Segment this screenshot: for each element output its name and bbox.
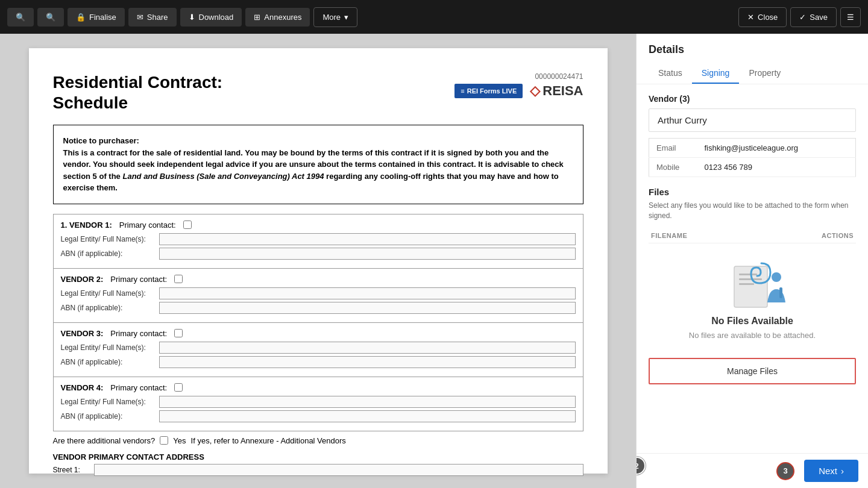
abn-label-4: ABN (if applicable): (61, 412, 154, 421)
menu-icon: ☰ (847, 13, 854, 22)
vendor-email-row: Email fishking@justiceleague.org (649, 139, 856, 158)
abn-label-2: ABN (if applicable): (61, 304, 154, 312)
vendor-2-legal-input[interactable] (159, 287, 576, 299)
notice-box: Notice to purchaser: This is a contract … (53, 125, 583, 204)
mobile-label: Mobile (649, 158, 697, 177)
vendor-2-primary-contact-checkbox[interactable] (174, 275, 183, 283)
vendor-info-table: Email fishking@justiceleague.org Mobile … (649, 138, 856, 177)
abn-label-1: ABN (if applicable): (61, 249, 154, 258)
tab-status[interactable]: Status (649, 63, 692, 84)
page-title: Residential Contract: Schedule (53, 72, 223, 113)
save-icon: ✓ (799, 13, 806, 22)
svg-rect-2 (739, 278, 762, 280)
main-layout: Residential Contract: Schedule 000000024… (0, 34, 868, 488)
vendor-2-primary-contact-label: Primary contact: (110, 275, 167, 284)
street-1-row: Street 1: (53, 464, 583, 476)
no-files-icon (722, 260, 782, 308)
vendor-3-legal-input[interactable] (159, 342, 576, 354)
vendor-2-abn-input[interactable] (159, 302, 576, 314)
email-value: fishking@justiceleague.org (697, 139, 856, 158)
vendor-1-legal-input[interactable] (159, 233, 576, 245)
vendor-3-primary-contact-label: Primary contact: (110, 329, 167, 338)
vendor-4-abn-input[interactable] (159, 410, 576, 422)
svg-rect-3 (739, 283, 754, 285)
panel-footer: 2 3 Next › (637, 453, 868, 488)
additional-vendors-row: Are there additional vendors? Yes If yes… (53, 431, 583, 448)
manage-files-button[interactable]: Manage Files (649, 358, 856, 384)
toolbar-right: ✕ Close ✓ Save ☰ (738, 7, 861, 27)
tab-property[interactable]: Property (739, 63, 790, 84)
legal-entity-label-4: Legal Entity/ Full Name(s): (61, 398, 154, 406)
share-button[interactable]: ✉ Share (128, 8, 177, 27)
vendor-4-label: VENDOR 4: (61, 383, 104, 392)
vendor-3-abn-input[interactable] (159, 356, 576, 368)
vendor-1-row: 1. VENDOR 1: Primary contact: (61, 221, 576, 230)
street-1-input[interactable] (94, 464, 583, 476)
vendor-2-section: VENDOR 2: Primary contact: Legal Entity/… (54, 269, 583, 323)
rei-logo: ≡ REI Forms LIVE (454, 84, 523, 98)
search-button-2[interactable]: 🔍 (37, 8, 64, 27)
files-section-label: Files (649, 187, 856, 197)
doc-title: Residential Contract: Schedule (53, 72, 223, 113)
files-filename-col: FILENAME (651, 232, 687, 239)
doc-logos: 000000024471 ≡ REI Forms LIVE ◇ REISA (454, 72, 583, 99)
vendor-1-abn-input[interactable] (159, 248, 576, 260)
vendor-2-abn-row: ABN (if applicable): (61, 302, 576, 314)
no-files-subtitle: No files are available to be attached. (689, 330, 816, 341)
additional-vendors-checkbox[interactable] (160, 436, 168, 445)
notice-body-text: This is a contract for the sale of resid… (63, 147, 573, 194)
search-icon-2: 🔍 (46, 13, 55, 22)
more-button[interactable]: More ▾ (313, 7, 357, 27)
search-button-1[interactable]: 🔍 (7, 8, 34, 27)
no-files-svg (722, 260, 788, 314)
vendor-3-primary-contact-checkbox[interactable] (174, 329, 183, 337)
save-button[interactable]: ✓ Save (790, 7, 837, 27)
additional-vendors-label: Are there additional vendors? (53, 436, 156, 445)
search-icon-1: 🔍 (16, 13, 25, 22)
vendor-2-row: VENDOR 2: Primary contact: (61, 275, 576, 284)
vendor-name-box: Arthur Curry (649, 108, 856, 132)
step-2-indicator: 2 (636, 457, 646, 475)
vendor-section-label: Vendor (3) (649, 94, 856, 104)
annexures-button[interactable]: ⊞ Annexures (245, 8, 310, 27)
legal-entity-label-3: Legal Entity/ Full Name(s): (61, 343, 154, 352)
mobile-value: 0123 456 789 (697, 158, 856, 177)
vendor-3-section: VENDOR 3: Primary contact: Legal Entity/… (54, 323, 583, 377)
files-table-header: FILENAME ACTIONS (649, 228, 856, 243)
finalise-button[interactable]: 🔒 Finalise (68, 8, 125, 27)
abn-label-3: ABN (if applicable): (61, 358, 154, 366)
step-3-indicator: 3 (776, 462, 794, 480)
vendor-3-row: VENDOR 3: Primary contact: (61, 329, 576, 338)
vendor-address-title: VENDOR PRIMARY CONTACT ADDRESS (53, 448, 583, 464)
download-icon: ⬇ (189, 13, 195, 22)
vendor-2-label: VENDOR 2: (61, 275, 104, 284)
doc-page: Residential Contract: Schedule 000000024… (29, 48, 608, 474)
email-label: Email (649, 139, 697, 158)
download-button[interactable]: ⬇ Download (180, 8, 242, 27)
vendor-1-primary-contact-checkbox[interactable] (183, 221, 192, 229)
next-arrow-icon: › (841, 466, 844, 476)
svg-point-4 (772, 272, 781, 282)
toolbar: 🔍 🔍 🔒 Finalise ✉ Share ⬇ Download ⊞ Anne… (0, 0, 868, 34)
tab-signing[interactable]: Signing (692, 63, 740, 84)
vendor-4-legal-input[interactable] (159, 396, 576, 408)
share-icon: ✉ (137, 13, 143, 22)
vendor-4-row: VENDOR 4: Primary contact: (61, 383, 576, 392)
panel-body: Vendor (3) Arthur Curry Email fishking@j… (637, 84, 868, 453)
close-button[interactable]: ✕ Close (738, 7, 787, 27)
vendor-4-section: VENDOR 4: Primary contact: Legal Entity/… (54, 377, 583, 431)
files-description: Select any files you would like to be at… (649, 201, 856, 221)
vendor-1-abn-row: ABN (if applicable): (61, 248, 576, 260)
menu-button[interactable]: ☰ (840, 7, 861, 27)
legal-entity-label-1: Legal Entity/ Full Name(s): (61, 235, 154, 243)
panel-title: Details (649, 43, 856, 56)
vendor-1-legal-row: Legal Entity/ Full Name(s): (61, 233, 576, 245)
next-button[interactable]: Next › (804, 460, 858, 482)
vendor-1-section: 1. VENDOR 1: Primary contact: Legal Enti… (54, 214, 583, 269)
doc-header: Residential Contract: Schedule 000000024… (53, 72, 583, 113)
annexures-icon: ⊞ (254, 13, 260, 22)
vendor-4-abn-row: ABN (if applicable): (61, 410, 576, 422)
vendor-1-label: 1. VENDOR 1: (61, 221, 112, 230)
vendor-4-primary-contact-checkbox[interactable] (174, 383, 183, 392)
svg-rect-5 (779, 287, 782, 298)
